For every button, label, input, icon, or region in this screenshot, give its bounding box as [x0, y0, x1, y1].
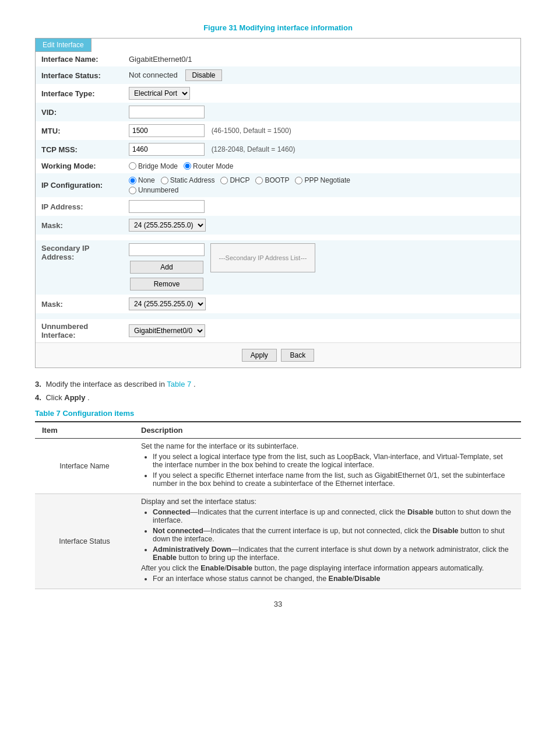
- mtu-label: MTU:: [36, 121, 123, 140]
- desc-after-click: After you click the Enable/Disable butto…: [141, 564, 514, 572]
- step4: 4. Click Apply .: [35, 393, 521, 402]
- tcpmss-input[interactable]: [129, 143, 205, 156]
- back-button[interactable]: Back: [281, 349, 314, 362]
- ip-static-radio[interactable]: [161, 177, 168, 184]
- col-item-header: Item: [35, 422, 134, 439]
- interface-status-label: Interface Status:: [36, 66, 123, 84]
- ip-none-label: None: [138, 176, 155, 184]
- list-item: If you select a specific Ethernet interf…: [153, 471, 514, 488]
- table7-link[interactable]: Table 7: [167, 380, 191, 388]
- secondary-mask-label: Mask:: [36, 295, 123, 313]
- config-table: Item Description Interface Name Set the …: [35, 421, 521, 589]
- desc-status-bullets: Connected—Indicates that the current int…: [153, 508, 514, 562]
- ip-unnumbered-radio[interactable]: [129, 187, 136, 194]
- col-desc-header: Description: [134, 422, 521, 439]
- spacer-row2: [36, 313, 520, 319]
- secondary-ip-label: Secondary IPAddress:: [36, 240, 123, 295]
- list-item: For an interface whose status cannot be …: [153, 575, 514, 583]
- router-mode-radio[interactable]: [184, 162, 191, 170]
- item-interface-name: Interface Name: [35, 439, 134, 494]
- ip-config-group: None Static Address DHCP BOOTP: [129, 176, 515, 184]
- ip-bootp-radio[interactable]: [255, 177, 263, 184]
- ip-ppp-option[interactable]: PPP Negotiate: [295, 176, 350, 184]
- list-item: Connected—Indicates that the current int…: [153, 508, 514, 524]
- mask-select[interactable]: 24 (255.255.255.0): [129, 219, 206, 232]
- router-mode-label: Router Mode: [193, 162, 233, 170]
- vid-input[interactable]: [129, 106, 205, 118]
- step3: 3. Modify the interface as described in …: [35, 380, 521, 388]
- interface-name-value: GigabitEthernet0/1: [123, 52, 520, 66]
- desc-status-bullets2: For an interface whose status cannot be …: [153, 575, 514, 583]
- edit-interface-tab[interactable]: Edit Interface: [36, 38, 92, 52]
- ip-none-option[interactable]: None: [129, 176, 155, 184]
- ip-dhcp-radio[interactable]: [220, 177, 228, 184]
- bridge-mode-label: Bridge Mode: [138, 162, 178, 170]
- step4-bold: Apply: [64, 393, 85, 402]
- mtu-cell: (46-1500, Default = 1500): [123, 121, 520, 140]
- mask-label: Mask:: [36, 216, 123, 235]
- working-mode-group: Bridge Mode Router Mode: [129, 162, 515, 170]
- apply-area: Apply Back: [36, 342, 520, 368]
- interface-type-cell: Electrical Port: [123, 84, 520, 103]
- ip-config-cell: None Static Address DHCP BOOTP: [123, 173, 520, 197]
- desc-interface-status: Display and set the interface status: Co…: [134, 494, 521, 589]
- disable-button[interactable]: Disable: [185, 69, 221, 81]
- secondary-ip-section: Add Remove ---Secondary IP Address List-…: [129, 243, 515, 292]
- ip-dhcp-label: DHCP: [230, 176, 249, 184]
- page-number: 33: [35, 600, 521, 608]
- step4-num: 4.: [35, 393, 41, 402]
- unnumbered-interface-label: UnnumberedInterface:: [36, 319, 123, 342]
- secondary-ip-input[interactable]: [129, 243, 205, 256]
- ip-dhcp-option[interactable]: DHCP: [220, 176, 249, 184]
- interface-type-select[interactable]: Electrical Port: [129, 87, 190, 100]
- remove-button[interactable]: Remove: [130, 278, 203, 290]
- add-button[interactable]: Add: [130, 261, 203, 274]
- ip-bootp-label: BOOTP: [265, 176, 289, 184]
- vid-cell: [123, 103, 520, 121]
- apply-button[interactable]: Apply: [242, 349, 277, 362]
- working-mode-label: Working Mode:: [36, 159, 123, 173]
- table-row: Interface Status Display and set the int…: [35, 494, 521, 589]
- step3-end: .: [193, 380, 196, 388]
- secondary-ip-inputs: Add Remove: [129, 243, 205, 292]
- ip-unnumbered-group: Unnumbered: [129, 186, 515, 194]
- bridge-mode-radio[interactable]: [129, 162, 136, 170]
- bridge-mode-option[interactable]: Bridge Mode: [129, 162, 178, 170]
- desc-interface-name: Set the name for the interface or its su…: [134, 439, 521, 494]
- ip-unnumbered-option[interactable]: Unnumbered: [129, 186, 178, 194]
- ip-bootp-option[interactable]: BOOTP: [255, 176, 289, 184]
- tcpmss-hint: (128-2048, Default = 1460): [212, 145, 295, 153]
- router-mode-option[interactable]: Router Mode: [184, 162, 233, 170]
- desc-status-intro: Display and set the interface status:: [141, 498, 514, 506]
- list-item: Not connected—Indicates that the current…: [153, 527, 514, 543]
- ip-ppp-label: PPP Negotiate: [304, 176, 350, 184]
- interface-box: Edit Interface Interface Name: GigabitEt…: [35, 38, 521, 368]
- ip-address-cell: [123, 197, 520, 216]
- unnumbered-interface-select[interactable]: GigabitEthernet0/0: [129, 324, 205, 337]
- step3-text: Modify the interface as described in: [45, 380, 167, 388]
- ip-static-label: Static Address: [170, 176, 215, 184]
- table-row: Interface Name Set the name for the inte…: [35, 439, 521, 494]
- tcpmss-label: TCP MSS:: [36, 140, 123, 159]
- step4-end: .: [87, 393, 90, 402]
- tcpmss-cell: (128-2048, Default = 1460): [123, 140, 520, 159]
- secondary-ip-cell: Add Remove ---Secondary IP Address List-…: [123, 240, 520, 295]
- ip-static-option[interactable]: Static Address: [161, 176, 215, 184]
- ip-address-input[interactable]: [129, 200, 205, 213]
- ip-none-radio[interactable]: [129, 177, 136, 184]
- ip-unnumbered-label: Unnumbered: [138, 186, 178, 194]
- mtu-input[interactable]: [129, 124, 205, 137]
- unnumbered-interface-cell: GigabitEthernet0/0: [123, 319, 520, 342]
- secondary-ip-list: ---Secondary IP Address List---: [210, 243, 315, 272]
- desc-intro: Set the name for the interface or its su…: [141, 442, 514, 450]
- secondary-mask-cell: 24 (255.255.255.0): [123, 295, 520, 313]
- interface-status-value: Not connected: [129, 71, 178, 79]
- working-mode-cell: Bridge Mode Router Mode: [123, 159, 520, 173]
- step3-num: 3.: [35, 380, 41, 388]
- mask-cell: 24 (255.255.255.0): [123, 216, 520, 235]
- list-item: If you select a logical interface type f…: [153, 453, 514, 469]
- item-interface-status: Interface Status: [35, 494, 134, 589]
- mtu-hint: (46-1500, Default = 1500): [212, 127, 291, 135]
- secondary-mask-select[interactable]: 24 (255.255.255.0): [129, 298, 206, 310]
- ip-ppp-radio[interactable]: [295, 177, 302, 184]
